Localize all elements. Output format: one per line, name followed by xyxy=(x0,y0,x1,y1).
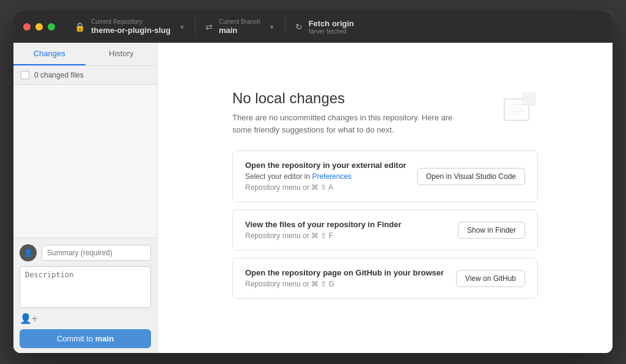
suggestion-editor-title: Open the repository in your external edi… xyxy=(245,161,407,170)
commit-summary-row: 👤 xyxy=(20,244,151,261)
preferences-link[interactable]: Preferences xyxy=(312,172,352,181)
tab-changes[interactable]: Changes xyxy=(13,43,86,65)
show-in-finder-button[interactable]: Show in Finder xyxy=(458,222,525,239)
suggestion-finder-info: View the files of your repository in Fin… xyxy=(245,220,401,240)
suggestion-card-editor: Open the repository in your external edi… xyxy=(232,150,538,202)
suggestion-editor-shortcut: Repository menu or ⌘ ⇧ A xyxy=(245,183,407,192)
suggestion-github-shortcut: Repository menu or ⌘ ⇧ G xyxy=(245,280,444,288)
sidebar-tabs: Changes History xyxy=(13,43,157,66)
fetch-button[interactable]: ↻ Fetch origin Never fetched xyxy=(285,18,364,35)
open-in-vscode-button[interactable]: Open in Visual Studio Code xyxy=(417,168,525,185)
lock-icon: 🔒 xyxy=(75,22,85,32)
main-panel: No local changes There are no uncommitte… xyxy=(158,43,613,353)
commit-button-label: Commit to xyxy=(57,334,95,343)
commit-description-input[interactable] xyxy=(20,266,151,308)
no-changes-header: No local changes There are no uncommitte… xyxy=(232,90,538,136)
svg-marker-5 xyxy=(523,93,535,105)
suggestion-github-title: Open the repository page on GitHub in yo… xyxy=(245,268,444,277)
minimize-button[interactable] xyxy=(35,23,43,31)
suggestion-card-github: Open the repository page on GitHub in yo… xyxy=(232,258,538,299)
branch-selector[interactable]: ⇄ Current Branch main ▼ xyxy=(196,18,285,35)
suggestion-editor-prefix: Select your editor in xyxy=(245,172,312,181)
commit-area: 👤 👤+ Commit to main xyxy=(13,238,157,353)
main-content: Changes History 0 changed files 👤 👤+ xyxy=(13,43,613,353)
fetch-label: Fetch origin xyxy=(309,19,354,28)
changed-files-header: 0 changed files xyxy=(13,66,157,85)
no-changes-description: There are no uncommitted changes in this… xyxy=(232,112,465,136)
suggestion-card-finder: View the files of your repository in Fin… xyxy=(232,209,538,250)
commit-button[interactable]: Commit to main xyxy=(20,329,151,348)
repo-label-group: Current Repository theme-or-plugin-slug xyxy=(91,18,171,35)
sync-icon: ↻ xyxy=(295,22,303,32)
branch-chevron: ▼ xyxy=(269,24,275,31)
no-changes-illustration xyxy=(501,90,538,129)
changed-files-count: 0 changed files xyxy=(34,71,84,79)
suggestion-editor-info: Open the repository in your external edi… xyxy=(245,161,407,192)
sidebar: Changes History 0 changed files 👤 👤+ xyxy=(13,43,158,353)
avatar: 👤 xyxy=(20,244,37,261)
suggestion-finder-shortcut: Repository menu or ⌘ ⇧ F xyxy=(245,231,401,240)
repo-selector[interactable]: 🔒 Current Repository theme-or-plugin-slu… xyxy=(65,18,196,35)
branch-label-group: Current Branch main xyxy=(219,18,260,35)
add-coauthor-icon[interactable]: 👤+ xyxy=(20,313,37,324)
branch-sublabel: Current Branch xyxy=(219,18,260,26)
traffic-lights xyxy=(23,23,55,31)
repo-sublabel: Current Repository xyxy=(91,18,171,26)
no-changes-text: No local changes There are no uncommitte… xyxy=(232,90,465,136)
titlebar: 🔒 Current Repository theme-or-plugin-slu… xyxy=(13,11,613,43)
no-changes-container: No local changes There are no uncommitte… xyxy=(232,90,538,306)
tab-history[interactable]: History xyxy=(86,43,158,65)
commit-branch-name: main xyxy=(95,334,114,343)
view-on-github-button[interactable]: View on GitHub xyxy=(456,270,525,287)
branch-icon: ⇄ xyxy=(205,22,213,32)
commit-footer: 👤+ xyxy=(20,313,151,324)
sidebar-file-list xyxy=(13,85,157,238)
suggestion-finder-title: View the files of your repository in Fin… xyxy=(245,220,401,229)
fetch-sub: Never fetched xyxy=(309,28,354,35)
suggestion-github-info: Open the repository page on GitHub in yo… xyxy=(245,268,444,288)
commit-summary-input[interactable] xyxy=(42,245,151,261)
fetch-label-group: Fetch origin Never fetched xyxy=(309,19,354,35)
close-button[interactable] xyxy=(23,23,31,31)
app-window: 🔒 Current Repository theme-or-plugin-slu… xyxy=(13,11,613,353)
no-changes-heading: No local changes xyxy=(232,90,465,107)
titlebar-sections: 🔒 Current Repository theme-or-plugin-slu… xyxy=(65,18,603,35)
maximize-button[interactable] xyxy=(48,23,55,31)
select-all-checkbox[interactable] xyxy=(21,71,29,79)
repo-chevron: ▼ xyxy=(179,24,185,31)
branch-name: main xyxy=(219,26,260,35)
repo-name: theme-or-plugin-slug xyxy=(91,26,171,35)
